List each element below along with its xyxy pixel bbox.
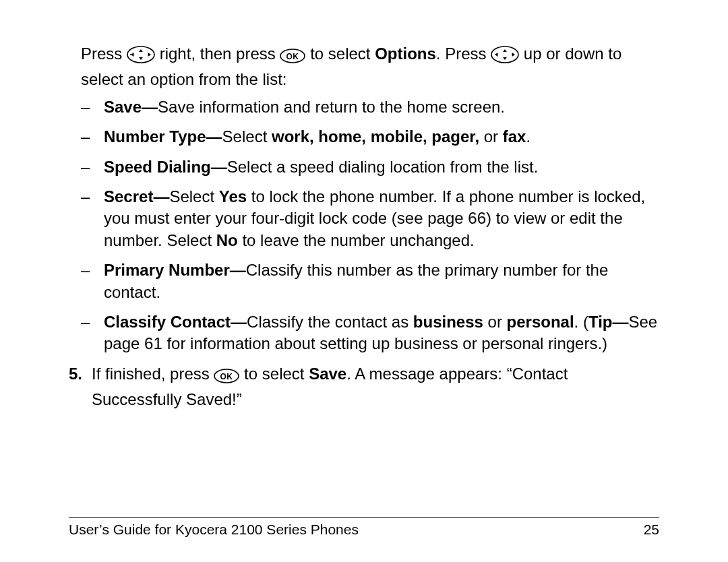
svg-marker-11 — [503, 57, 507, 60]
ok-icon: OK — [214, 367, 239, 389]
item-desc: . — [526, 127, 530, 146]
step-text: to select — [244, 365, 309, 383]
footer-title: User’s Guide for Kyocera 2100 Series Pho… — [69, 520, 359, 539]
options-list: Save—Save information and return to the … — [81, 96, 659, 355]
intro-text: . Press — [436, 44, 491, 63]
svg-text:OK: OK — [286, 52, 299, 61]
step-5: 5. If finished, press OK to select Save.… — [69, 363, 659, 411]
svg-marker-8 — [495, 53, 498, 57]
item-title: Classify Contact— — [104, 313, 247, 331]
save-word: Save — [309, 365, 346, 383]
svg-marker-4 — [139, 57, 143, 60]
footer-page-number: 25 — [644, 520, 659, 539]
ok-icon: OK — [280, 47, 305, 69]
intro-text: right, then press — [160, 44, 280, 63]
svg-text:OK: OK — [220, 371, 233, 381]
item-desc: Classify the contact as — [247, 313, 413, 331]
list-item-save: Save—Save information and return to the … — [81, 96, 659, 118]
list-item-speed-dialing: Speed Dialing—Select a speed dialing loc… — [81, 156, 659, 178]
business-word: business — [413, 313, 483, 331]
item-desc: Select a speed dialing location from the… — [227, 158, 539, 176]
item-desc: . ( — [574, 313, 588, 331]
nav-icon — [491, 46, 519, 69]
item-title: Secret— — [104, 187, 169, 206]
list-item-primary-number: Primary Number—Classify this number as t… — [81, 259, 659, 303]
footer-rule — [69, 517, 659, 518]
personal-word: personal — [507, 313, 574, 331]
item-desc: to leave the number unchanged. — [238, 231, 475, 249]
item-desc-bold: fax — [503, 127, 526, 146]
list-item-classify-contact: Classify Contact—Classify the contact as… — [81, 311, 659, 355]
intro-text: to select — [310, 44, 375, 63]
item-desc: or — [483, 313, 507, 331]
no-word: No — [216, 231, 238, 249]
svg-marker-9 — [512, 53, 516, 57]
item-desc-bold: work, home, mobile, pager, — [272, 127, 479, 146]
step-text: If finished, press — [92, 365, 214, 383]
options-word: Options — [375, 44, 436, 63]
step-number: 5. — [69, 363, 82, 385]
item-title: Number Type— — [104, 127, 222, 146]
nav-icon — [127, 46, 155, 69]
item-desc: Save information and return to the home … — [158, 98, 505, 116]
svg-marker-10 — [503, 49, 507, 52]
intro-text: Press — [81, 44, 127, 63]
svg-marker-3 — [139, 49, 143, 52]
tip-word: Tip— — [588, 313, 629, 331]
item-desc: Select — [169, 187, 218, 206]
list-item-number-type: Number Type—Select work, home, mobile, p… — [81, 126, 659, 148]
svg-marker-2 — [148, 53, 152, 57]
page-footer: User’s Guide for Kyocera 2100 Series Pho… — [69, 517, 659, 539]
item-desc: or — [479, 127, 503, 146]
item-title: Primary Number— — [104, 261, 246, 279]
intro-paragraph: Press right, then press OK to select Opt… — [81, 43, 659, 91]
item-title: Save— — [104, 98, 158, 116]
item-desc: Select — [222, 127, 272, 146]
page-body: Press right, then press OK to select Opt… — [69, 43, 659, 410]
item-title: Speed Dialing— — [104, 158, 227, 176]
yes-word: Yes — [219, 187, 247, 206]
svg-marker-1 — [131, 53, 134, 57]
list-item-secret: Secret—Select Yes to lock the phone numb… — [81, 186, 659, 251]
